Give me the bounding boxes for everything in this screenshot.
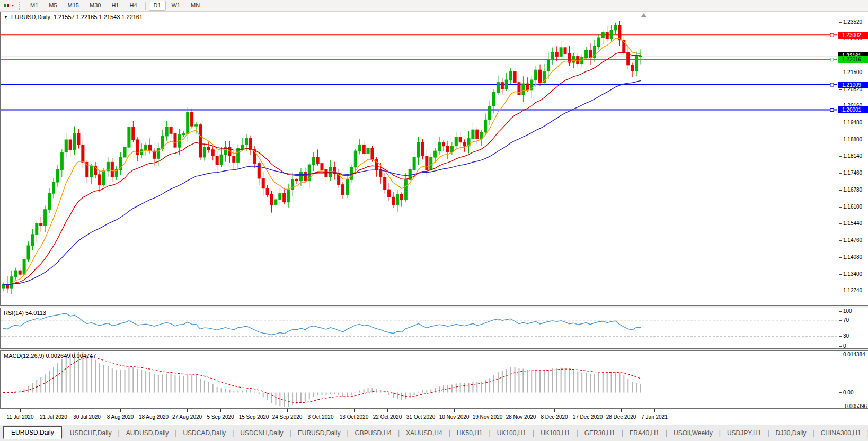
- time-tick: [87, 409, 87, 412]
- time-tick: [454, 409, 455, 412]
- level-price-label: 1.21009: [838, 82, 868, 88]
- time-tick: [588, 409, 588, 412]
- chart-tab-dj30-daily[interactable]: DJ30,Daily: [769, 427, 813, 439]
- timeframe-button-w1[interactable]: W1: [167, 1, 185, 11]
- time-tick: [20, 409, 21, 412]
- macd-pane[interactable]: MACD(12,26,9) 0.002649 0.004747: [0, 350, 838, 409]
- level-price-label: 1.22016: [838, 56, 868, 63]
- time-tick: [387, 409, 388, 412]
- chart-tab-uk100-h1[interactable]: UK100,H1: [491, 427, 533, 439]
- chart-tab-xauusd-h4[interactable]: XAUUSD,H4: [400, 427, 449, 439]
- date-label: 28 Dec 2020: [606, 414, 636, 420]
- price-tick: 1.14760: [839, 237, 862, 243]
- candlestick-chart-icon: [3, 2, 11, 9]
- time-tick: [488, 409, 488, 412]
- time-tick: [321, 409, 321, 412]
- price-tick: 1.16100: [839, 204, 862, 210]
- time-tick: [54, 409, 54, 412]
- chart-tab-uk100-h1[interactable]: UK100,H1: [534, 427, 576, 439]
- timeframe-button-m15[interactable]: M15: [63, 1, 84, 11]
- level-line-handle[interactable]: [830, 83, 834, 86]
- price-tick: 1.13400: [839, 271, 862, 277]
- timeframe-button-m30[interactable]: M30: [85, 1, 105, 11]
- price-tick: 1.12740: [839, 287, 862, 293]
- time-axis: 11 Jul 202021 Jul 202030 Jul 20208 Aug 2…: [0, 409, 868, 425]
- time-tick: [254, 409, 254, 412]
- macd-tick: 0.00: [839, 390, 853, 395]
- timeframe-button-d1[interactable]: D1: [149, 1, 166, 11]
- toolbar-separator: [145, 2, 146, 10]
- rsi-tick: 70: [839, 317, 849, 323]
- time-tick: [154, 409, 154, 412]
- rsi-axis: 10070300: [838, 308, 868, 349]
- date-label: 13 Oct 2020: [340, 414, 368, 420]
- date-label: 18 Aug 2020: [139, 414, 169, 420]
- chart-tab-ger30-h1[interactable]: GER30,H1: [578, 427, 622, 439]
- chevron-down-icon: ▾: [12, 4, 14, 8]
- date-label: 11 Jul 2020: [7, 414, 34, 420]
- price-tick: 1.15440: [839, 220, 862, 226]
- chart-tab-eurusd-daily[interactable]: EURUSD,Daily: [3, 426, 62, 439]
- chart-type-tool[interactable]: ▾: [0, 1, 17, 11]
- price-tick: 1.21500: [839, 69, 862, 75]
- level-price-label: 1.20001: [838, 106, 868, 113]
- price-tick: 1.18140: [839, 153, 862, 159]
- time-tick: [621, 409, 622, 412]
- time-tick: [120, 409, 121, 412]
- chart-tab-usdchf-daily[interactable]: USDCHF,Daily: [64, 427, 118, 439]
- macd-label: MACD(12,26,9) 0.002649 0.004747: [4, 353, 96, 359]
- date-label: 22 Oct 2020: [373, 414, 402, 420]
- price-tick: 1.19480: [839, 120, 862, 125]
- main-chart-pane[interactable]: ▼ EURUSD,Daily 1.21557 1.22165 1.21543 1…: [0, 12, 838, 306]
- date-label: 8 Aug 2020: [107, 414, 134, 420]
- timeframe-button-m1[interactable]: M1: [25, 1, 43, 11]
- chart-tab-fra40-h1[interactable]: FRA40,H1: [623, 427, 666, 439]
- chart-tab-gbpusd-h4[interactable]: GBPUSD,H4: [349, 427, 398, 439]
- price-axis: 1.235201.228601.221801.215001.208201.201…: [838, 12, 868, 306]
- timeframe-button-m5[interactable]: M5: [44, 1, 61, 11]
- level-line-handle[interactable]: [830, 33, 834, 37]
- date-label: 5 Sep 2020: [207, 414, 234, 420]
- collapse-chart-icon[interactable]: ▼: [4, 15, 8, 20]
- date-label: 30 Jul 2020: [73, 414, 101, 420]
- price-tick: 1.16780: [839, 187, 862, 193]
- macd-signal-line: [3, 358, 641, 403]
- time-tick: [354, 409, 355, 412]
- date-label: 3 Oct 2020: [308, 414, 334, 420]
- timeframe-button-h1[interactable]: H1: [107, 1, 123, 11]
- chart-tab-china300-h1[interactable]: CHINA300,H1: [814, 427, 867, 439]
- level-line-handle[interactable]: [830, 58, 834, 61]
- chart-tab-usdjpy-h1[interactable]: USDJPY,H1: [721, 427, 767, 439]
- chart-tab-bar: EURUSD,Daily|USDCHF,Daily|AUDUSD,Daily|U…: [0, 425, 868, 441]
- time-tick: [187, 409, 188, 412]
- date-label: 17 Dec 2020: [573, 414, 603, 420]
- rsi-tick: 100: [839, 308, 852, 314]
- chart-symbol-label: EURUSD,Daily: [11, 14, 50, 20]
- rsi-tick: 0: [839, 343, 846, 349]
- date-label: 28 Nov 2020: [506, 414, 536, 420]
- date-label: 8 Dec 2020: [541, 414, 568, 420]
- chart-shift-marker[interactable]: [641, 13, 646, 17]
- price-tick: 1.17460: [839, 170, 862, 176]
- toolbar-grip[interactable]: [19, 2, 23, 10]
- date-label: 10 Nov 2020: [439, 414, 470, 420]
- chart-tab-audusd-daily[interactable]: AUDUSD,Daily: [120, 427, 175, 439]
- rsi-pane[interactable]: RSI(14) 54.0113: [0, 308, 838, 349]
- chart-tab-usoil-weekly[interactable]: USOil,Weekly: [667, 427, 719, 439]
- macd-tick: 0.014384: [839, 352, 865, 357]
- date-label: 31 Oct 2020: [406, 414, 435, 420]
- timeframe-button-h4[interactable]: H4: [125, 1, 141, 11]
- chart-tab-usdcnh-daily[interactable]: USDCNH,Daily: [234, 427, 289, 439]
- timeframe-button-mn[interactable]: MN: [186, 1, 205, 11]
- chart-tab-usdcad-daily[interactable]: USDCAD,Daily: [176, 427, 232, 439]
- date-label: 7 Jan 2021: [641, 414, 668, 420]
- date-label: 19 Nov 2020: [473, 414, 503, 420]
- chart-tab-hk50-h1[interactable]: HK50,H1: [450, 427, 489, 439]
- chart-tab-eurusd-daily[interactable]: EURUSD,Daily: [291, 427, 347, 439]
- date-label: 21 Jul 2020: [40, 414, 67, 420]
- level-line-handle[interactable]: [830, 108, 834, 111]
- price-tick: 1.23520: [839, 19, 862, 25]
- rsi-tick: 30: [839, 333, 849, 339]
- chart-ohlc-values: 1.21557 1.22165 1.21543 1.22161: [54, 14, 143, 20]
- date-label: 24 Sep 2020: [272, 414, 303, 420]
